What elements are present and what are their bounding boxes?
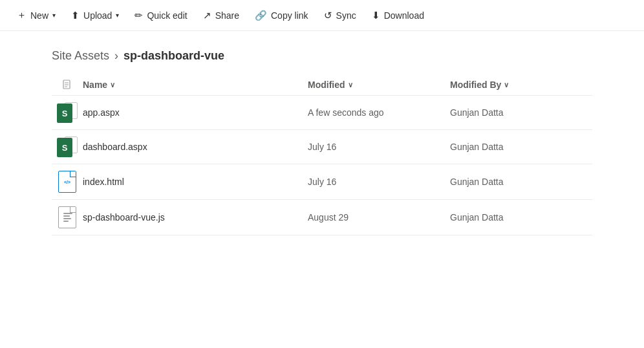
file-name: index.html	[83, 177, 308, 187]
js-icon	[58, 206, 76, 228]
file-modifiedby: Gunjan Datta	[450, 177, 592, 187]
header-checkbox-area	[52, 80, 83, 90]
breadcrumb-parent[interactable]: Site Assets	[52, 49, 109, 63]
share-icon: ↗	[203, 10, 211, 21]
download-label: Download	[384, 10, 424, 21]
sync-label: Sync	[336, 10, 356, 21]
aspx-icon-main: S	[57, 138, 72, 157]
upload-chevron-icon: ▾	[116, 12, 119, 19]
sync-icon: ↺	[324, 10, 332, 21]
js-icon-lines	[62, 213, 72, 222]
table-row[interactable]: </> index.htmlJuly 16Gunjan Datta	[52, 164, 592, 200]
copylink-button[interactable]: 🔗 Copy link	[248, 6, 315, 25]
plus-icon: ＋	[17, 9, 27, 21]
breadcrumb: Site Assets › sp-dashboard-vue	[0, 31, 644, 74]
js-line	[63, 221, 69, 222]
file-name: app.aspx	[83, 107, 308, 118]
js-line	[63, 218, 71, 219]
file-modified: July 16	[308, 177, 450, 187]
col-name-header[interactable]: Name ∨	[83, 80, 308, 90]
table-row[interactable]: S dashboard.aspxJuly 16Gunjan Datta	[52, 130, 592, 164]
new-label: New	[30, 10, 48, 21]
js-line	[63, 213, 72, 214]
col-name-label: Name	[83, 80, 107, 90]
download-button[interactable]: ⬇ Download	[365, 6, 431, 25]
col-modifiedby-header[interactable]: Modified By ∨	[450, 80, 592, 90]
sync-button[interactable]: ↺ Sync	[317, 6, 363, 25]
breadcrumb-separator: ›	[114, 49, 118, 63]
table-row[interactable]: sp-dashboard-vue.jsAugust 29Gunjan Datta	[52, 200, 592, 235]
file-icon	[52, 206, 83, 228]
breadcrumb-current: sp-dashboard-vue	[123, 49, 224, 63]
file-modifiedby: Gunjan Datta	[450, 212, 592, 223]
file-modifiedby: Gunjan Datta	[450, 107, 592, 118]
aspx-icon-main: S	[57, 103, 72, 123]
file-icon: S	[52, 136, 83, 157]
file-modifiedby: Gunjan Datta	[450, 142, 592, 152]
col-name-sort-icon: ∨	[110, 81, 115, 89]
upload-button[interactable]: ⬆ Upload ▾	[65, 6, 125, 25]
new-button[interactable]: ＋ New ▾	[10, 5, 62, 25]
file-name: dashboard.aspx	[83, 142, 308, 152]
quickedit-button[interactable]: ✏ Quick edit	[128, 6, 193, 25]
col-modified-label: Modified	[308, 80, 345, 90]
js-line	[63, 215, 70, 217]
copylink-label: Copy link	[271, 10, 308, 21]
col-modified-sort-icon: ∨	[348, 81, 353, 89]
table-row[interactable]: S app.aspxA few seconds agoGunjan Datta	[52, 96, 592, 130]
col-modifiedby-sort-icon: ∨	[504, 81, 509, 89]
new-chevron-icon: ▾	[52, 12, 56, 19]
upload-label: Upload	[83, 10, 112, 21]
quickedit-label: Quick edit	[147, 10, 187, 21]
share-button[interactable]: ↗ Share	[197, 6, 246, 25]
share-label: Share	[215, 10, 239, 21]
file-rows-container: S app.aspxA few seconds agoGunjan Datta …	[52, 96, 592, 235]
upload-icon: ⬆	[71, 10, 80, 21]
aspx-icon: S	[57, 102, 78, 123]
file-icon: </>	[52, 171, 83, 193]
html-icon: </>	[58, 171, 76, 193]
file-icon-header	[62, 80, 72, 90]
link-icon: 🔗	[255, 10, 267, 21]
toolbar: ＋ New ▾ ⬆ Upload ▾ ✏ Quick edit ↗ Share …	[0, 0, 644, 31]
aspx-icon: S	[57, 136, 78, 157]
file-name: sp-dashboard-vue.js	[83, 212, 308, 223]
file-list: Name ∨ Modified ∨ Modified By ∨ S app.as…	[0, 74, 644, 235]
col-modified-header[interactable]: Modified ∨	[308, 80, 450, 90]
file-modified: A few seconds ago	[308, 107, 450, 118]
file-list-header: Name ∨ Modified ∨ Modified By ∨	[52, 74, 592, 96]
edit-icon: ✏	[134, 10, 143, 21]
file-modified: July 16	[308, 142, 450, 152]
file-modified: August 29	[308, 212, 450, 223]
file-icon: S	[52, 102, 83, 123]
col-modifiedby-label: Modified By	[450, 80, 501, 90]
download-icon: ⬇	[372, 10, 380, 21]
